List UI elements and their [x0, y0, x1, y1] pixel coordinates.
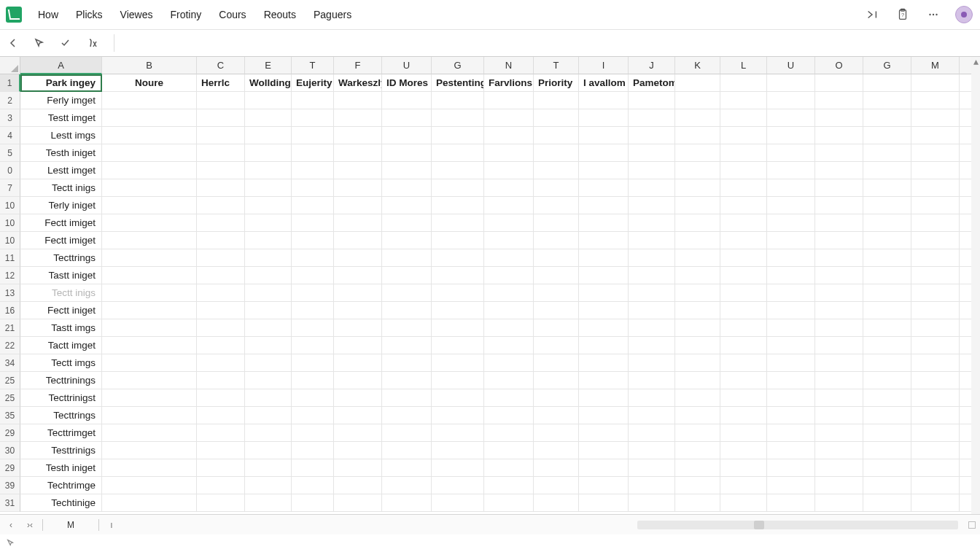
cell[interactable]	[382, 109, 432, 127]
cell[interactable]	[197, 372, 245, 389]
cell[interactable]	[534, 92, 579, 109]
cell[interactable]	[534, 337, 579, 354]
cell-a[interactable]: Tecttrings	[20, 249, 102, 267]
cell[interactable]	[911, 214, 960, 232]
more-options-icon[interactable]	[923, 4, 944, 25]
cell[interactable]	[911, 319, 960, 337]
cell-a[interactable]: Tectt inigs	[20, 284, 102, 302]
cell[interactable]	[382, 442, 432, 459]
cell[interactable]	[334, 407, 382, 424]
cell[interactable]	[863, 127, 911, 144]
cell[interactable]	[911, 162, 960, 179]
cell[interactable]	[292, 302, 334, 319]
cell[interactable]	[629, 162, 675, 179]
cell[interactable]	[382, 162, 432, 179]
cell-a[interactable]: Testt imget	[20, 109, 102, 127]
cell[interactable]	[382, 232, 432, 249]
col-header-i-10[interactable]: I	[579, 57, 629, 74]
cell[interactable]	[675, 302, 720, 319]
cell[interactable]	[767, 109, 815, 127]
cell[interactable]	[579, 372, 629, 389]
cell[interactable]	[863, 302, 911, 319]
cell[interactable]	[432, 92, 484, 109]
cell[interactable]	[863, 354, 911, 372]
cell[interactable]	[197, 214, 245, 232]
cell[interactable]	[245, 232, 292, 249]
cell[interactable]	[767, 267, 815, 284]
cell[interactable]	[815, 92, 863, 109]
cell[interactable]	[911, 372, 960, 389]
cell[interactable]	[629, 407, 675, 424]
cell[interactable]	[102, 127, 197, 144]
cell[interactable]	[720, 494, 767, 512]
cell-a[interactable]: Tecttrings	[20, 407, 102, 424]
cell[interactable]	[245, 477, 292, 494]
cell[interactable]	[102, 389, 197, 407]
cell[interactable]	[382, 407, 432, 424]
cell[interactable]	[334, 92, 382, 109]
row-header[interactable]: 22	[0, 337, 20, 354]
cell[interactable]	[767, 459, 815, 477]
fx-icon[interactable]	[83, 34, 101, 52]
cell[interactable]	[675, 424, 720, 442]
cell[interactable]	[629, 354, 675, 372]
cell[interactable]	[334, 302, 382, 319]
cell[interactable]	[102, 319, 197, 337]
cell[interactable]	[629, 372, 675, 389]
cell[interactable]	[432, 424, 484, 442]
cell[interactable]	[102, 477, 197, 494]
row-header[interactable]: 10	[0, 214, 20, 232]
cell[interactable]	[629, 232, 675, 249]
cell[interactable]	[720, 442, 767, 459]
col-header-a-0[interactable]: A	[20, 57, 102, 74]
cell[interactable]	[334, 337, 382, 354]
cell[interactable]	[767, 442, 815, 459]
cell[interactable]	[720, 284, 767, 302]
cell[interactable]	[382, 179, 432, 197]
cell[interactable]	[534, 372, 579, 389]
menu-viewes[interactable]: Viewes	[113, 7, 160, 23]
cell[interactable]	[815, 372, 863, 389]
cell[interactable]	[675, 162, 720, 179]
cell[interactable]	[815, 144, 863, 162]
cell[interactable]	[911, 284, 960, 302]
cell[interactable]	[432, 494, 484, 512]
cell[interactable]	[102, 179, 197, 197]
sheet-tab-m[interactable]: M	[49, 519, 93, 531]
scroll-up-icon[interactable]: ▴	[971, 57, 980, 66]
cell[interactable]	[629, 214, 675, 232]
cell[interactable]	[629, 284, 675, 302]
cell[interactable]	[102, 407, 197, 424]
cell[interactable]	[534, 144, 579, 162]
cell[interactable]	[863, 267, 911, 284]
cell[interactable]	[334, 144, 382, 162]
cell[interactable]	[911, 249, 960, 267]
cell[interactable]	[292, 267, 334, 284]
cell[interactable]	[334, 127, 382, 144]
back-arrow-icon[interactable]	[4, 34, 22, 52]
cell-a[interactable]: Tactt imget	[20, 337, 102, 354]
cell[interactable]: Eujerity	[292, 74, 334, 92]
cell[interactable]	[767, 302, 815, 319]
cell[interactable]	[484, 302, 534, 319]
cell[interactable]	[197, 302, 245, 319]
cell[interactable]	[911, 337, 960, 354]
cell[interactable]	[720, 267, 767, 284]
cell[interactable]	[815, 267, 863, 284]
cell[interactable]	[863, 109, 911, 127]
cell[interactable]	[334, 179, 382, 197]
cell[interactable]	[484, 477, 534, 494]
cell[interactable]	[534, 459, 579, 477]
cell[interactable]	[579, 162, 629, 179]
cell[interactable]	[815, 197, 863, 214]
row-header[interactable]: 4	[0, 127, 20, 144]
cell[interactable]	[579, 197, 629, 214]
cell[interactable]	[292, 337, 334, 354]
cell[interactable]	[911, 267, 960, 284]
cell[interactable]	[815, 389, 863, 407]
cell[interactable]	[863, 144, 911, 162]
cell[interactable]	[334, 372, 382, 389]
cell[interactable]	[484, 372, 534, 389]
cell-a[interactable]: Fectt iniget	[20, 302, 102, 319]
cell[interactable]	[815, 109, 863, 127]
